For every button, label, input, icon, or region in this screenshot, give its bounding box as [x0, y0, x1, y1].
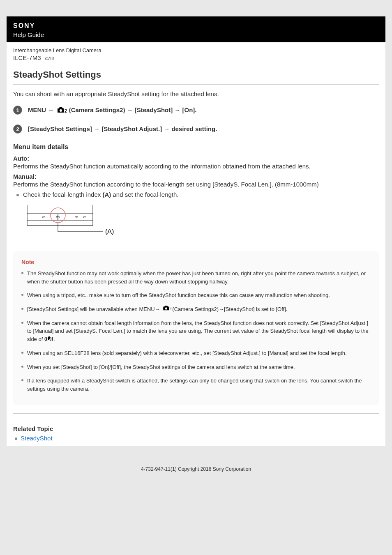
note-item-2: When using a tripod, etc., make sure to … [27, 291, 371, 299]
help-guide-label: Help Guide [13, 31, 379, 38]
svg-text:50: 50 [56, 216, 60, 219]
note-3-pre: [SteadyShot Settings] will be unavailabl… [27, 306, 161, 312]
divider [13, 413, 379, 414]
step-2-text: [SteadyShot Settings] → [SteadyShot Adju… [28, 124, 217, 132]
model-sub: α7III [45, 56, 54, 61]
step-1: 1 MENU → 2 (Camera Settings2) → [SteadyS… [13, 106, 379, 115]
step-2: 2 [SteadyShot Settings] → [SteadyShot Ad… [13, 124, 379, 134]
svg-point-0 [60, 109, 62, 112]
step-number-2: 2 [13, 124, 22, 134]
product-type: Interchangeable Lens Digital Camera [13, 47, 379, 53]
steadyshot-hand-icon: (()) [44, 336, 53, 344]
note-3-post: (Camera Settings2)→[SteadyShot] is set t… [172, 306, 287, 312]
note-4-pre: When the camera cannot obtain focal leng… [27, 320, 369, 342]
svg-text:70: 70 [42, 216, 45, 219]
note-title: Note [21, 259, 371, 265]
step-1-post: (Camera Settings2) → [SteadyShot] → [On]… [67, 106, 197, 113]
related-item: SteadyShot [21, 435, 379, 442]
camera-settings2-icon: 2 [162, 305, 171, 313]
manual-desc: Performs the SteadyShot function accordi… [13, 181, 379, 188]
footer-copyright: 4-732-947-11(1) Copyright 2018 Sony Corp… [7, 454, 385, 488]
bullet-post: and set the focal-length. [111, 191, 178, 198]
manual-bullet: Check the focal-length index (A) and set… [23, 191, 379, 198]
note-item-5: When using an SEL16F28 lens (sold separa… [27, 349, 371, 357]
manual-label: Manual: [13, 173, 379, 180]
bullet-pre: Check the focal-length index [23, 191, 102, 198]
svg-text:2: 2 [65, 108, 67, 113]
note-item-4: When the camera cannot obtain focal leng… [27, 319, 371, 343]
model-line: ILCE-7M3 α7III [13, 54, 379, 61]
note-item-1: The SteadyShot function may not work opt… [27, 269, 371, 286]
svg-text:)): )) [50, 336, 53, 341]
step-1-text: MENU → 2 (Camera Settings2) → [SteadySho… [28, 106, 197, 115]
note-4-post: . [53, 336, 55, 342]
svg-point-16 [165, 308, 167, 310]
intro-text: You can shoot with an appropriate Steady… [13, 90, 379, 97]
svg-text:(A): (A) [105, 228, 114, 235]
step-1-pre: MENU → [28, 106, 56, 113]
model-number: ILCE-7M3 [13, 54, 41, 61]
step-number-1: 1 [13, 106, 22, 115]
svg-text:2: 2 [169, 306, 171, 311]
camera-settings2-icon: 2 [57, 107, 67, 115]
divider [13, 84, 379, 85]
svg-text:35: 35 [75, 216, 78, 219]
menu-item-details-heading: Menu item details [13, 143, 379, 151]
note-item-3: [SteadyShot Settings] will be unavailabl… [27, 305, 371, 313]
note-item-6: When you set [SteadyShot] to [On]/[Off],… [27, 363, 371, 371]
related-topic-heading: Related Topic [13, 425, 379, 432]
page-title: SteadyShot Settings [13, 69, 379, 80]
svg-text:28: 28 [83, 216, 86, 219]
auto-label: Auto: [13, 155, 379, 162]
note-item-7: If a lens equipped with a SteadyShot swi… [27, 377, 371, 393]
note-box: Note The SteadyShot function may not wor… [13, 251, 379, 405]
bullet-bold: (A) [102, 191, 111, 198]
brand-logo: SONY [13, 22, 379, 30]
header-bar: SONY Help Guide [7, 16, 385, 42]
related-link-steadyshot[interactable]: SteadyShot [21, 435, 53, 442]
auto-desc: Performs the SteadyShot function automat… [13, 163, 379, 170]
focal-length-illustration: 70 35 28 50 (A) [23, 203, 379, 242]
svg-text:((: (( [44, 336, 48, 341]
